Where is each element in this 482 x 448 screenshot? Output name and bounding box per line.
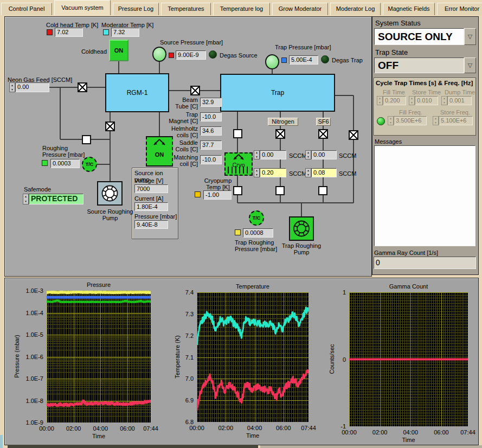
nitrogen-actual-flow-value[interactable]: 0.20 xyxy=(260,168,286,177)
safemode-value[interactable]: PROTECTED xyxy=(29,194,83,204)
tab-bar: Control PanelVacuum systemPressure LogTe… xyxy=(1,0,482,15)
system-status-value[interactable]: SOURCE ONLY xyxy=(374,28,464,45)
sf6-set-flow-spinner[interactable]: ▲▼ 0.00 xyxy=(305,150,337,159)
neon-gas-feed-spinner[interactable]: ▲▼ 0.00 xyxy=(9,82,49,92)
tab-pressure-log[interactable]: Pressure Log xyxy=(113,3,159,15)
x-tick-label: 06:00 xyxy=(273,425,294,431)
fill-freq-label: Fill Freq. xyxy=(399,109,422,116)
spinner-arrows-icon: ▲▼ xyxy=(388,116,394,125)
sf6-tag: SF6 xyxy=(316,118,331,126)
vent-valve[interactable] xyxy=(349,130,358,140)
ion-pump-current-label: Current [A] xyxy=(134,195,163,202)
cryopump-temp-value: -1.00 xyxy=(203,190,232,200)
degas-source-led[interactable] xyxy=(209,50,217,59)
trap-state-dropdown[interactable]: OFF ▽ xyxy=(374,57,476,73)
y-tick-label: 6.9 xyxy=(168,397,194,404)
dump-time-label: Dump Time xyxy=(445,89,475,95)
moderator-temp-value: 7.32 xyxy=(111,28,139,37)
tab-magnetic-fields[interactable]: Magnetic Fields xyxy=(383,3,435,15)
source-pressure-value: 9.00E-9 xyxy=(176,50,206,60)
trap-roughing-pressure-value: 0.0008 xyxy=(243,228,273,238)
moderator-temp-color-swatch xyxy=(103,29,109,35)
store-freq-spinner: ▲▼ 5.100E+6 xyxy=(433,116,473,125)
spinner-arrows-icon: ▲▼ xyxy=(409,96,415,105)
chart-title: Temperature xyxy=(215,283,291,290)
spinner-arrows-icon[interactable]: ▲▼ xyxy=(305,150,311,159)
fill-time-value: 0.200 xyxy=(383,96,406,105)
y-tick-label: 7.3 xyxy=(168,311,194,317)
x-tick-label: 07:44 xyxy=(457,429,479,436)
dropdown-arrow-icon[interactable]: ▽ xyxy=(464,28,476,45)
cryo-inlet-valve[interactable] xyxy=(233,129,242,138)
ion-pump-pressure-value: 9.40E-8 xyxy=(134,220,168,229)
nitrogen-set-flow-value[interactable]: 0.00 xyxy=(260,150,286,159)
x-tick-label: 04:00 xyxy=(400,429,421,436)
source-pressure-label: Source Pressure [mbar] xyxy=(160,39,223,46)
coldhead-on-button[interactable]: ON xyxy=(109,40,128,61)
tab-error-monitor[interactable]: Error Monitor xyxy=(437,3,482,15)
sf6-valve[interactable] xyxy=(318,129,328,139)
source-pressure-gauge-icon xyxy=(152,47,166,62)
safemode-control[interactable]: ▲▼ PROTECTED xyxy=(23,194,83,204)
spinner-arrows-icon: ▲▼ xyxy=(433,116,439,125)
dropdown-arrow-icon[interactable]: ▽ xyxy=(464,57,476,73)
nitrogen-set-flow-spinner[interactable]: ▲▼ 0.00 xyxy=(254,150,286,159)
pump-rotor-icon xyxy=(290,217,313,240)
nitrogen-actual-flow-spinner[interactable]: ▲▼ 0.20 xyxy=(254,168,286,177)
tab-temperatures[interactable]: Temperatures xyxy=(161,3,211,15)
trap-state-value[interactable]: OFF xyxy=(374,57,464,73)
nitrogen-valve[interactable] xyxy=(275,129,285,139)
neon-gas-feed-value[interactable]: 0.00 xyxy=(15,82,49,92)
sf6-set-flow-value[interactable]: 0.00 xyxy=(311,150,337,159)
tab-grow-moderator[interactable]: Grow Moderator xyxy=(272,3,328,15)
y-tick-label: 1 xyxy=(320,289,346,296)
x-tick-label: 02:00 xyxy=(63,425,85,432)
system-status-label: System Status xyxy=(375,20,421,27)
store-freq-label: Store Freq. xyxy=(440,109,470,116)
spinner-arrows-icon[interactable]: ▲▼ xyxy=(23,194,29,204)
store-time-label: Store Time xyxy=(412,89,441,95)
chart-title: Pressure xyxy=(61,281,137,288)
system-status-dropdown[interactable]: SOURCE ONLY ▽ xyxy=(374,28,476,45)
source-ion-pump-button[interactable]: ON xyxy=(146,136,173,167)
tab-vacuum-system[interactable]: Vacuum system xyxy=(54,0,111,15)
sf6-manifold-valve[interactable] xyxy=(318,186,327,195)
spinner-arrows-icon[interactable]: ▲▼ xyxy=(9,82,15,92)
roughing-line-valve[interactable] xyxy=(82,135,91,144)
tab-control-panel[interactable]: Control Panel xyxy=(1,3,52,15)
nitrogen-set-unit: SCCM xyxy=(289,152,306,159)
trap-roughing-pump-button[interactable] xyxy=(289,216,314,241)
nitrogen-tag: Nitrogen xyxy=(268,118,298,126)
charts-panel: PressurePressure (mbar)Time1.0E-31.0E-41… xyxy=(4,278,479,445)
beamline-valve[interactable] xyxy=(190,86,200,95)
cryo-pump-button[interactable]: Cryo xyxy=(224,152,253,176)
y-tick-label: 1.0E-4 xyxy=(17,310,43,316)
sf6-actual-flow-spinner[interactable]: ▲▼ 0.08 xyxy=(305,168,337,177)
sf6-actual-flow-value[interactable]: 0.08 xyxy=(311,168,337,177)
spinner-arrows-icon[interactable]: ▲▼ xyxy=(254,168,260,177)
cold-head-temp-value: 7.02 xyxy=(55,28,83,37)
taskbar-fragment-right xyxy=(260,445,482,448)
source-roughing-pump-button[interactable] xyxy=(97,181,123,206)
chart-plot-temperature xyxy=(197,292,309,422)
tab-temperature-log[interactable]: Temperature log xyxy=(213,3,270,15)
ion-pump-current-value: 1.80E-4 xyxy=(134,202,168,211)
neon-feed-valve[interactable] xyxy=(78,82,87,92)
tab-moderator-log[interactable]: Moderator Log xyxy=(330,3,381,15)
nitrogen-manifold-valve[interactable] xyxy=(275,186,285,195)
fill-time-spinner: ▲▼ 0.200 xyxy=(377,96,406,105)
gamma-ray-count-value: 0 xyxy=(374,257,476,269)
rgm1-roughing-valve[interactable] xyxy=(105,121,115,131)
roughing-pressure-value: 0.0003 xyxy=(50,159,80,168)
ion-pump-state: ON xyxy=(155,151,164,158)
spinner-arrows-icon[interactable]: ▲▼ xyxy=(254,150,260,159)
sf6-actual-unit: SCCM xyxy=(339,170,356,177)
ion-pump-arrows-icon xyxy=(147,138,172,147)
trap-chamber: Trap xyxy=(220,74,335,112)
trap-state-label: Trap State xyxy=(375,49,408,56)
degas-trap-led[interactable] xyxy=(321,55,329,63)
spinner-arrows-icon[interactable]: ▲▼ xyxy=(305,168,311,177)
trap-magnet-value: -10.0 xyxy=(200,112,222,121)
status-sidebar: System Status SOURCE ONLY ▽ Trap State O… xyxy=(372,16,479,275)
cryo-manifold-valve[interactable] xyxy=(233,186,242,195)
